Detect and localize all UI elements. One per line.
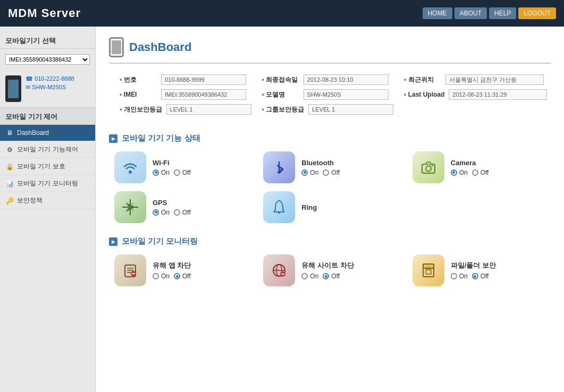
file-security-on-radio[interactable]: On: [451, 272, 468, 280]
harmful-app-details: 유해 앱 차단 On Off: [153, 261, 191, 280]
wifi-icon: [114, 151, 146, 183]
sidebar: 모바일기기 선택 IMEI:355890043386432 ☎ 010-2222…: [0, 27, 96, 392]
file-security-controls: On Off: [451, 272, 496, 280]
monitoring-section-header: 모바일 기기 모니터링: [109, 236, 551, 246]
about-button[interactable]: ABOUT: [454, 7, 487, 19]
file-security-details: 파일/폴더 보안 On Off: [451, 261, 496, 280]
monitoring-section-arrow: [109, 237, 117, 246]
number-value[interactable]: [161, 74, 246, 85]
wifi-off-dot: [174, 169, 180, 176]
device-links: ☎ 010-2222-8888 ✉ SHW-M250S: [26, 75, 74, 91]
sidebar-item-dashboard[interactable]: 🖥 DashBoard: [0, 125, 95, 141]
recent-location-value[interactable]: [445, 74, 544, 85]
gps-label: GPS: [153, 199, 191, 207]
harmful-app-on-dot: [153, 273, 159, 279]
device-info: ☎ 010-2222-8888 ✉ SHW-M250S: [0, 73, 95, 105]
last-upload-value[interactable]: [449, 89, 547, 100]
empty-cell: [413, 191, 545, 223]
info-model: 모델명: [262, 89, 394, 100]
device-select-dropdown[interactable]: IMEI:355890043386432: [5, 54, 90, 65]
policy-icon: 🔑: [5, 197, 14, 205]
personal-security-label: 개인보안등급: [120, 105, 162, 114]
harmful-site-on-radio[interactable]: On: [301, 272, 318, 280]
protection-icon: 🔒: [5, 163, 14, 171]
harmful-app-label: 유해 앱 차단: [153, 261, 191, 270]
feature-gps: GPS On Off: [114, 191, 247, 223]
bluetooth-details: Bluetooth On Off: [301, 159, 340, 176]
camera-on-dot: [451, 169, 457, 176]
file-security-off-radio[interactable]: Off: [472, 272, 489, 280]
device-phone-link[interactable]: ☎ 010-2222-8888: [26, 75, 74, 82]
features-section-header: 모바일 기기 기능 상태: [109, 133, 551, 143]
bluetooth-off-radio[interactable]: Off: [323, 169, 340, 176]
wifi-label: Wi-Fi: [153, 159, 191, 167]
bluetooth-on-radio[interactable]: On: [301, 169, 318, 176]
last-access-value[interactable]: [304, 74, 389, 85]
gps-on-dot: [153, 209, 159, 216]
harmful-app-off-radio[interactable]: Off: [174, 272, 191, 280]
feature-camera: Camera On Off: [413, 151, 545, 183]
harmful-site-details: 유해 사이트 차단 On Off: [301, 261, 353, 280]
harmful-app-off-dot: [174, 273, 180, 279]
function-icon: ⚙: [5, 146, 14, 154]
recent-location-label: 최근위치: [404, 75, 441, 84]
wifi-on-radio[interactable]: On: [153, 169, 170, 176]
personal-security-value[interactable]: [166, 104, 251, 115]
sidebar-item-function[interactable]: ⚙ 모바일 기기 기능제어: [0, 141, 95, 158]
imei-value[interactable]: [161, 89, 246, 100]
wifi-off-radio[interactable]: Off: [174, 169, 191, 176]
bluetooth-icon: [263, 151, 295, 183]
gps-on-radio[interactable]: On: [153, 209, 170, 216]
device-thumbnail: [5, 75, 21, 102]
last-access-label: 최종접속일: [262, 75, 299, 84]
app-logo: MDM Server: [8, 6, 81, 20]
sidebar-item-monitoring[interactable]: 📊 모바일 기기 모니터링: [0, 175, 95, 192]
main-content: DashBoard 번호 최종접속일 최근위치 IMEI 모델: [96, 27, 564, 392]
device-select-title: 모바일기기 선택: [0, 32, 95, 49]
nav-buttons: HOME ABOUT HELP LOGOUT: [423, 7, 556, 19]
gps-off-dot: [174, 209, 180, 216]
bluetooth-controls: On Off: [301, 169, 340, 176]
harmful-app-icon: [114, 254, 146, 286]
layout: 모바일기기 선택 IMEI:355890043386432 ☎ 010-2222…: [0, 27, 564, 392]
logout-button[interactable]: LOGOUT: [518, 7, 556, 19]
sidebar-item-policy[interactable]: 🔑 보안정책: [0, 192, 95, 209]
group-security-value[interactable]: [308, 104, 393, 115]
imei-label: IMEI: [120, 91, 157, 98]
home-button[interactable]: HOME: [423, 7, 452, 19]
model-value[interactable]: [304, 89, 389, 100]
sidebar-item-monitoring-label: 모바일 기기 모니터링: [17, 179, 78, 188]
camera-label: Camera: [451, 159, 489, 167]
camera-details: Camera On Off: [451, 159, 489, 176]
gps-controls: On Off: [153, 209, 191, 216]
camera-off-radio[interactable]: Off: [472, 169, 489, 176]
bluetooth-label: Bluetooth: [301, 159, 340, 167]
harmful-site-off-radio[interactable]: Off: [323, 272, 340, 280]
camera-off-dot: [472, 169, 478, 176]
features-section-arrow: [109, 134, 117, 143]
phone-icon: [109, 37, 124, 57]
harmful-app-on-radio[interactable]: On: [153, 272, 170, 280]
device-selector[interactable]: IMEI:355890043386432: [0, 52, 95, 67]
camera-on-radio[interactable]: On: [451, 169, 468, 176]
ring-details: Ring: [301, 203, 317, 211]
feature-wifi: Wi-Fi On Off: [114, 151, 247, 183]
feature-harmful-site: 유해 사이트 차단 On Off: [263, 254, 396, 286]
info-imei: IMEI: [120, 89, 251, 100]
device-model-link[interactable]: ✉ SHW-M250S: [26, 84, 74, 91]
page-title: DashBoard: [129, 40, 191, 54]
monitoring-section-title: 모바일 기기 모니터링: [122, 236, 198, 246]
ring-icon: [263, 191, 295, 223]
features-grid: Wi-Fi On Off: [109, 151, 551, 223]
file-security-icon: [413, 254, 444, 286]
harmful-site-off-dot: [323, 273, 329, 279]
gps-details: GPS On Off: [153, 199, 191, 216]
gps-off-radio[interactable]: Off: [174, 209, 191, 216]
control-title: 모바일 기기 제어: [0, 107, 95, 125]
feature-harmful-app: 유해 앱 차단 On Off: [114, 254, 247, 286]
info-personal-security: 개인보안등급: [120, 104, 251, 115]
dashboard-icon: 🖥: [5, 129, 14, 137]
file-security-on-dot: [451, 273, 457, 279]
sidebar-item-protection[interactable]: 🔒 모바일 기기 보호: [0, 158, 95, 175]
help-button[interactable]: HELP: [489, 7, 516, 19]
